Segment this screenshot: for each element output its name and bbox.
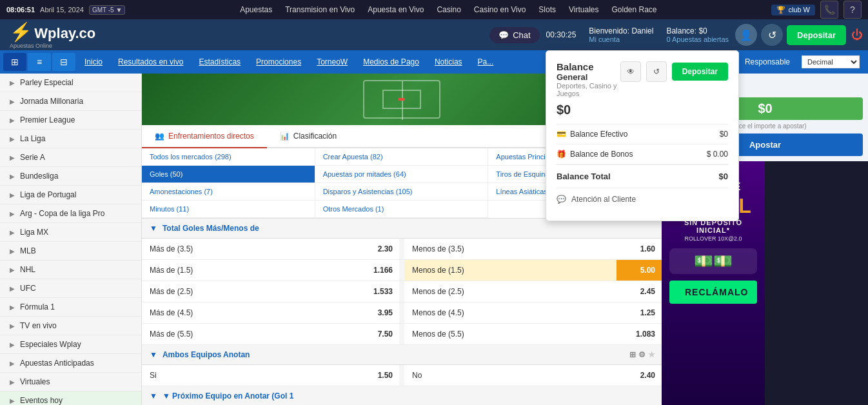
bet-odds[interactable]: 2.30	[354, 239, 399, 259]
depositar-button[interactable]: Depositar	[787, 25, 846, 45]
view-list-button[interactable]: ≡	[28, 53, 51, 71]
market-todos[interactable]: Todos los mercados (298)	[142, 148, 315, 166]
bet-odds[interactable]: 1.25	[616, 302, 662, 323]
sidebar-item-ufc[interactable]: ▶ UFC	[0, 279, 141, 298]
deposit-small-button[interactable]: Depositar	[672, 63, 728, 81]
bet-half-right: Menos de (4.5) 1.25	[399, 302, 662, 323]
nav-virtuales[interactable]: Virtuales	[569, 5, 598, 14]
bet-label: Menos de (5.5)	[404, 324, 616, 344]
bet-odds[interactable]: 2.45	[616, 281, 662, 302]
view-grid-button[interactable]: ⊞	[3, 53, 26, 71]
nav-slots[interactable]: Slots	[538, 5, 556, 14]
logout-button[interactable]: ⏻	[846, 28, 868, 42]
nav-apuesta-vivo[interactable]: Apuesta en Vivo	[368, 5, 424, 14]
bet-odds[interactable]: 1.166	[354, 260, 399, 281]
club-button[interactable]: 🏆 club W	[771, 5, 815, 15]
sidebar-item-nhl[interactable]: ▶ NHL	[0, 261, 141, 279]
sidebar-item-laliga[interactable]: ▶ La Liga	[0, 130, 141, 148]
nav-transmision[interactable]: Transmision en Vivo	[285, 5, 355, 14]
atencion-label: Atención al Cliente	[571, 195, 636, 204]
sidebar-item-seriea[interactable]: ▶ Serie A	[0, 148, 141, 167]
refresh-button[interactable]: ↺	[761, 24, 783, 46]
chat-button[interactable]: 💬 Chat	[489, 27, 539, 43]
sidebar-item-ligamx[interactable]: ▶ Liga MX	[0, 223, 141, 242]
sidebar-item-portugal[interactable]: ▶ Liga de Portugal	[0, 186, 141, 204]
market-amonest[interactable]: Amonestaciones (7)	[142, 183, 315, 201]
bet-odds[interactable]: 1.533	[354, 281, 399, 302]
bet-half-si: Si 1.50	[142, 365, 399, 386]
market-goles[interactable]: Goles (50)	[142, 166, 315, 183]
sidebar-item-label: Fórmula 1	[20, 302, 135, 311]
bet-row-5-5: Más de (5.5) 7.50 Menos de (5.5) 1.083	[142, 324, 662, 345]
odds-format-select[interactable]: Decimal Americano Fraccional	[802, 55, 860, 68]
chevron-icon: ▶	[10, 304, 15, 311]
tab-enfrentamientos[interactable]: 👥 Enfrentamientos directos	[142, 125, 267, 148]
market-disparos[interactable]: Disparos y Asistencias (105)	[315, 183, 489, 201]
bet-odds[interactable]: 5.00	[616, 260, 662, 281]
market-minutos[interactable]: Minutos (11)	[142, 201, 315, 218]
star-icon[interactable]: ★	[648, 350, 655, 359]
sidebar-item-label: UFC	[20, 284, 135, 293]
sidebar-item-label: Liga MX	[20, 228, 135, 237]
eye-button[interactable]: 👁	[620, 61, 641, 82]
tab-clasificacion[interactable]: 📊 Clasificación	[267, 125, 350, 147]
help-button[interactable]: ?	[843, 1, 862, 19]
sidebar-item-parley[interactable]: ▶ Parley Especial	[0, 74, 141, 92]
atencion-al-cliente[interactable]: 💬 Atención al Cliente	[557, 188, 728, 210]
sidebar-item-argentina[interactable]: ▶ Arg - Copa de la liga Pro	[0, 204, 141, 223]
avatar[interactable]: 👤	[735, 24, 757, 46]
collapse-icon[interactable]: ▼	[150, 391, 157, 400]
balance-bonos-amount: $ 0.00	[707, 150, 728, 159]
sidebar-item-virtuales[interactable]: ▶ Virtuales	[0, 373, 141, 391]
market-mitades[interactable]: Apuestas por mitades (64)	[315, 166, 489, 183]
sidebar-item-bundesliga[interactable]: ▶ Bundesliga	[0, 167, 141, 186]
nav-apuestas[interactable]: Apuestas	[240, 5, 272, 14]
grid-icon[interactable]: ⊞	[629, 350, 636, 359]
nav-promociones[interactable]: Promociones	[248, 50, 309, 74]
market-crear[interactable]: Crear Apuesta (82)	[315, 148, 489, 166]
settings-icon[interactable]: ⚙	[638, 350, 646, 359]
logo[interactable]: ⚡ Wplay.co Apuestas Online	[0, 21, 105, 49]
sidebar-item-mlb[interactable]: ▶ MLB	[0, 242, 141, 261]
sidebar-item-tvvivo[interactable]: ▶ TV en vivo	[0, 317, 141, 335]
chevron-icon: ▶	[10, 79, 15, 86]
nav-resultados[interactable]: Resultados en vivo	[110, 50, 191, 74]
sidebar-item-label: Liga de Portugal	[20, 190, 135, 199]
gmt-selector[interactable]: GMT -5 ▼	[89, 5, 125, 15]
sidebar-item-especiales[interactable]: ▶ Especiales Wplay	[0, 335, 141, 354]
nav-medios[interactable]: Medios de Pago	[355, 50, 427, 74]
nav-casino[interactable]: Casino	[437, 5, 460, 14]
section-title: Ambos Equipos Anotan	[163, 350, 250, 359]
balance-total-amount: $0	[719, 172, 728, 181]
bet-odds[interactable]: 7.50	[354, 324, 399, 344]
view-tiles-button[interactable]: ⊟	[52, 53, 75, 71]
money-efectivo-icon: 💳	[557, 130, 566, 139]
nav-pa[interactable]: Pa...	[470, 50, 502, 74]
collapse-icon[interactable]: ▼	[150, 350, 157, 359]
sidebar-item-anticipadas[interactable]: ▶ Apuestas Anticipadas	[0, 354, 141, 373]
bet-odds[interactable]: 3.95	[354, 302, 399, 323]
nav-golden[interactable]: Golden Race	[611, 5, 656, 14]
refresh-balance-button[interactable]: ↺	[646, 61, 667, 82]
mi-cuenta-link[interactable]: Mi cuenta	[589, 35, 653, 43]
nav-noticias[interactable]: Noticias	[427, 50, 470, 74]
sidebar-item-jornada[interactable]: ▶ Jornada Millonaria	[0, 92, 141, 111]
nav-torneow[interactable]: TorneoW	[309, 50, 355, 74]
sidebar-item-formula1[interactable]: ▶ Fórmula 1	[0, 298, 141, 317]
bet-odds[interactable]: 1.60	[616, 239, 662, 259]
collapse-icon[interactable]: ▼	[150, 224, 157, 233]
sidebar-item-eventos[interactable]: ▶ Eventos hoy	[0, 391, 141, 405]
nav-inicio[interactable]: Inicio	[77, 50, 110, 74]
reclamalo-button[interactable]: RECLÁMALO	[669, 281, 757, 304]
bet-odds-si[interactable]: 1.50	[354, 365, 399, 386]
open-bets-link[interactable]: 0 Apuestas abiertas	[666, 35, 729, 43]
bet-odds-no[interactable]: 2.40	[616, 365, 662, 386]
market-otros[interactable]: Otros Mercados (1)	[315, 201, 489, 218]
phone-button[interactable]: 📞	[820, 1, 838, 19]
bet-label: Menos de (2.5)	[404, 281, 616, 302]
bet-odds[interactable]: 1.083	[616, 324, 662, 344]
bet-row-3-5: Más de (3.5) 2.30 Menos de (3.5) 1.60	[142, 239, 662, 260]
nav-casino-vivo[interactable]: Casino en Vivo	[474, 5, 526, 14]
nav-estadisticas[interactable]: Estadísticas	[191, 50, 248, 74]
sidebar-item-premier[interactable]: ▶ Premier League	[0, 111, 141, 130]
